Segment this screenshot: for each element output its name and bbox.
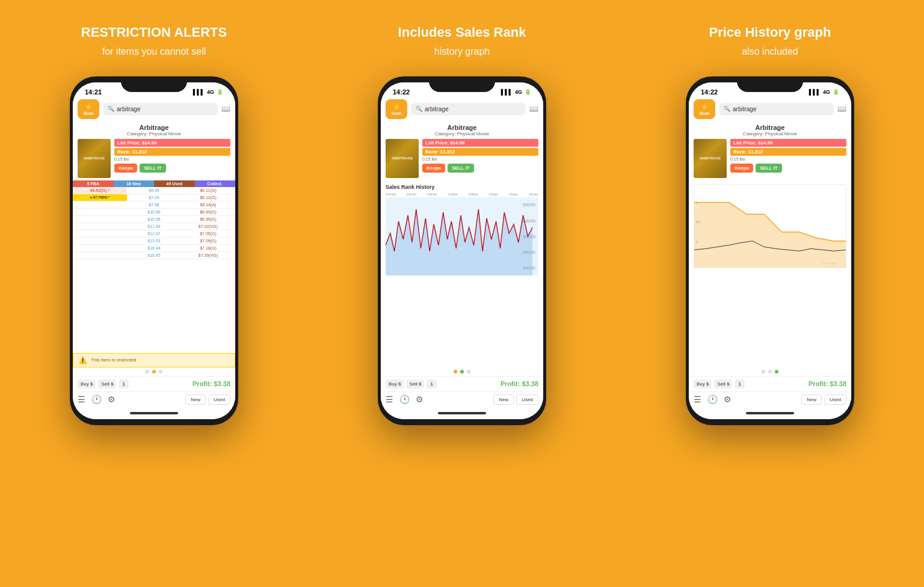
qty-box-2[interactable]: 1 — [427, 380, 436, 389]
new-button-2[interactable]: New — [493, 395, 514, 405]
bookmark-icon-3: 📖 — [837, 105, 846, 113]
search-icon-3: 🔍 — [724, 106, 730, 112]
dot-3-3 — [775, 370, 778, 373]
panel-2-title: Includes Sales Rank — [398, 24, 526, 41]
svg-text:© Keepa: © Keepa — [822, 262, 836, 265]
sell-it-button-3[interactable]: SELL IT — [756, 164, 782, 173]
keepa-button-2[interactable]: Keepa — [422, 164, 445, 173]
signal-icon: ▌▌▌ — [193, 89, 205, 95]
restriction-bar-1: ⚠️ This item is restricted — [73, 353, 235, 367]
list-icon-1[interactable]: ☰ — [78, 395, 85, 404]
chart-section-2: Sales Rank History 04Feb 16Feb 28Feb 11M… — [381, 180, 543, 367]
table-row: $13.53 $7.09(G) — [73, 238, 235, 245]
product-category-3: Category: Physical Movie — [694, 131, 846, 137]
dot-2-2 — [460, 370, 464, 373]
scan-button-2[interactable]: ⚡ Scan — [386, 99, 407, 119]
phone-notch-3 — [737, 76, 803, 92]
chart-dates-2: 04Feb 16Feb 28Feb 11Mar 23Mar 03Apr 15Ap… — [386, 192, 538, 196]
product-info-3: ARBITRAGE List Price: $14.98 Rank: 11,31… — [694, 139, 846, 178]
scan-button-1[interactable]: ⚡ Scan — [78, 99, 99, 119]
dot-1-1 — [146, 370, 149, 373]
panel-1-title: RESTRICTION ALERTS — [81, 24, 227, 41]
product-details-3: List Price: $14.98 Rank: 11,312 0.15 lbs… — [730, 139, 846, 173]
new-button-3[interactable]: New — [801, 395, 822, 405]
home-bar-3 — [746, 412, 794, 414]
history-icon-1[interactable]: 🕐 — [91, 395, 102, 404]
bottom-nav-2: ☰ 🕐 ⚙ New Used — [381, 392, 543, 407]
product-info-2: ARBITRAGE List Price: $14.98 Rank: 11,31… — [386, 139, 538, 178]
svg-text:0: 0 — [696, 241, 698, 244]
sell-input-1[interactable]: Sell $ — [98, 380, 116, 389]
th-collect-1: Collect. — [195, 180, 236, 187]
panel-3-title: Price History graph — [709, 24, 831, 41]
buy-input-1[interactable]: Buy $ — [78, 380, 96, 389]
sell-it-button-1[interactable]: SELL IT — [140, 164, 166, 173]
th-used-1: 49 Used — [154, 180, 195, 187]
new-button-1[interactable]: New — [185, 395, 206, 405]
home-indicator-2 — [381, 407, 543, 419]
th-fba-1: 5 FBA — [73, 180, 114, 187]
phone-screen-2: 14:22 ▌▌▌ 4G 🔋 ⚡ Scan 🔍 arbitrage 📖 — [381, 82, 543, 419]
profit-text-3: Profit: $3.38 — [808, 380, 846, 387]
keepa-button-3[interactable]: Keepa — [730, 164, 753, 173]
phone-screen-3: 14:22 ▌▌▌ 4G 🔋 ⚡ Scan 🔍 arbitrage 📖 — [689, 82, 851, 419]
keepa-button-1[interactable]: Keepa — [114, 164, 137, 173]
rank-bar-2: Rank: 11,312 — [422, 148, 538, 156]
new-used-buttons-3: New Used — [801, 395, 846, 405]
chart-title-2: Sales Rank History — [386, 184, 538, 190]
status-time-3: 14:22 — [701, 88, 718, 96]
settings-icon-1[interactable]: ⚙ — [108, 395, 116, 404]
buy-input-2[interactable]: Buy $ — [386, 380, 404, 389]
qty-box-3[interactable]: 1 — [735, 380, 744, 389]
scan-button-3[interactable]: ⚡ Scan — [694, 99, 715, 119]
weight-text-1: 0.15 lbs — [114, 157, 230, 161]
chart-section-3: © Keepa 1 0.5 0 — [689, 180, 851, 367]
nav-icons-2: ☰ 🕐 ⚙ — [386, 395, 424, 404]
history-icon-2[interactable]: 🕐 — [399, 395, 410, 404]
nav-icons-3: ☰ 🕐 ⚙ — [694, 395, 732, 404]
sales-rank-chart: 50000 40000 30000 20000 10000 — [386, 197, 538, 275]
table-row: $7.88 $6.18(A) — [73, 201, 235, 209]
panel-1-subtitle: for items you cannot sell — [102, 45, 206, 58]
signal-icon-3: ▌▌▌ — [809, 89, 821, 95]
page-dots-1 — [73, 367, 235, 376]
lightning-icon-1: ⚡ — [84, 103, 93, 111]
used-button-3[interactable]: Used — [824, 395, 846, 405]
panel-sales-rank: Includes Sales Rank history graph 14:22 … — [308, 0, 616, 587]
list-icon-2[interactable]: ☰ — [386, 395, 393, 404]
dot-1-2 — [152, 370, 156, 373]
settings-icon-2[interactable]: ⚙ — [416, 395, 424, 404]
bottom-nav-3: ☰ 🕐 ⚙ New Used — [689, 392, 851, 407]
qty-box-1[interactable]: 1 — [119, 380, 128, 389]
search-input-1[interactable]: 🔍 arbitrage — [103, 103, 218, 115]
battery-icon-3: 🔋 — [833, 89, 839, 95]
list-icon-3[interactable]: ☰ — [694, 395, 701, 404]
action-buttons-2: Keepa SELL IT — [422, 164, 538, 173]
battery-icon-2: 🔋 — [525, 89, 531, 95]
bottom-bar-2: Buy $ Sell $ 1 Profit: $3.38 — [381, 376, 543, 392]
phone-mockup-2: 14:22 ▌▌▌ 4G 🔋 ⚡ Scan 🔍 arbitrage 📖 — [378, 76, 546, 425]
product-category-1: Category: Physical Movie — [78, 131, 230, 137]
search-input-2[interactable]: 🔍 arbitrage — [411, 103, 526, 115]
product-image-1: ARBITRAGE — [78, 139, 111, 178]
sell-input-3[interactable]: Sell $ — [714, 380, 732, 389]
settings-icon-3[interactable]: ⚙ — [724, 395, 732, 404]
used-button-2[interactable]: Used — [516, 395, 538, 405]
sales-chart-svg: 50000 40000 30000 20000 10000 — [386, 197, 538, 275]
product-info-1: ARBITRAGE List Price: $14.98 Rank: 11,31… — [78, 139, 230, 178]
used-button-1[interactable]: Used — [208, 395, 230, 405]
price-history-chart: © Keepa 1 0.5 0 — [694, 184, 846, 268]
status-icons-1: ▌▌▌ 4G 🔋 — [193, 89, 223, 95]
sell-input-2[interactable]: Sell $ — [406, 380, 424, 389]
signal-icon-2: ▌▌▌ — [501, 89, 513, 95]
search-input-3[interactable]: 🔍 arbitrage — [719, 103, 834, 115]
sell-it-button-2[interactable]: SELL IT — [448, 164, 474, 173]
profit-text-2: Profit: $3.38 — [500, 380, 538, 387]
buy-input-3[interactable]: Buy $ — [694, 380, 712, 389]
price-chart-svg: © Keepa 1 0.5 0 — [694, 185, 846, 268]
history-icon-3[interactable]: 🕐 — [707, 395, 718, 404]
new-used-buttons-2: New Used — [493, 395, 538, 405]
table-row: $6.62(G) * $6.99 $6.11(G) — [73, 187, 235, 194]
th-new-1: 18 New — [114, 180, 155, 187]
weight-text-3: 0.15 lbs — [730, 157, 846, 161]
